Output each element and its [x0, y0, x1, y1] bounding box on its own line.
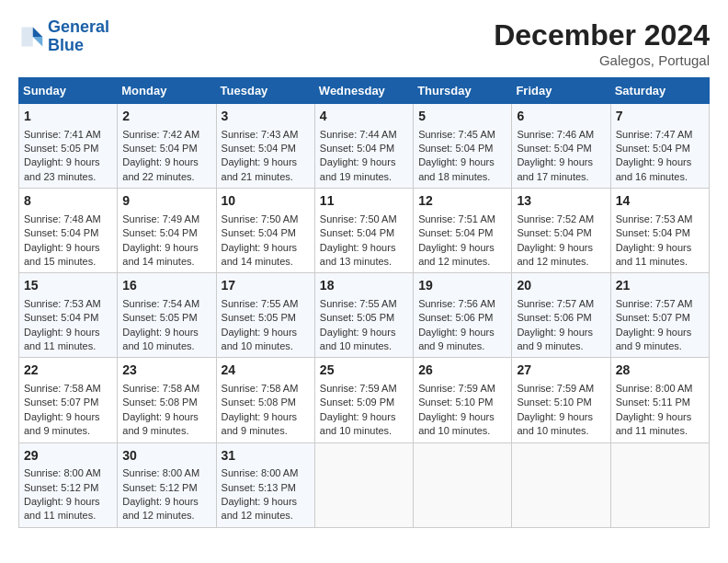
sunset-text: Sunset: 5:05 PM — [122, 312, 197, 323]
sunrise-text: Sunrise: 8:00 AM — [122, 467, 199, 478]
day-number: 1 — [24, 108, 112, 126]
day-number: 23 — [122, 362, 210, 380]
calendar-day-cell: 17Sunrise: 7:55 AMSunset: 5:05 PMDayligh… — [216, 273, 314, 358]
sunset-text: Sunset: 5:04 PM — [616, 143, 690, 154]
sunrise-text: Sunrise: 7:57 AM — [616, 298, 693, 309]
day-number: 7 — [616, 108, 704, 126]
title-block: December 2024 Galegos, Portugal — [494, 18, 710, 68]
sunset-text: Sunset: 5:05 PM — [222, 312, 296, 323]
daylight-text: Daylight: 9 hours and 18 minutes. — [418, 156, 495, 181]
calendar-day-cell: 22Sunrise: 7:58 AMSunset: 5:07 PMDayligh… — [19, 358, 118, 442]
weekday-header-sunday: Sunday — [19, 78, 118, 104]
sunrise-text: Sunrise: 7:41 AM — [24, 129, 101, 140]
day-number: 30 — [122, 447, 210, 465]
sunset-text: Sunset: 5:10 PM — [418, 396, 493, 408]
logo: General Blue — [18, 18, 109, 55]
svg-marker-0 — [33, 27, 43, 37]
sunrise-text: Sunrise: 7:44 AM — [320, 129, 397, 140]
day-number: 17 — [222, 277, 310, 295]
day-number: 31 — [222, 447, 310, 465]
daylight-text: Daylight: 9 hours and 14 minutes. — [222, 242, 298, 267]
calendar-day-cell: 18Sunrise: 7:55 AMSunset: 5:05 PMDayligh… — [314, 273, 413, 358]
daylight-text: Daylight: 9 hours and 15 minutes. — [24, 242, 100, 267]
sunrise-text: Sunrise: 7:46 AM — [517, 129, 594, 140]
daylight-text: Daylight: 9 hours and 10 minutes. — [320, 411, 396, 436]
calendar-day-cell: 30Sunrise: 8:00 AMSunset: 5:12 PMDayligh… — [118, 442, 216, 527]
calendar-day-cell: 11Sunrise: 7:50 AMSunset: 5:04 PMDayligh… — [314, 189, 413, 273]
weekday-header-thursday: Thursday — [414, 78, 512, 104]
sunset-text: Sunset: 5:04 PM — [222, 143, 296, 154]
logo-icon — [18, 24, 44, 50]
empty-cell — [610, 442, 709, 527]
day-number: 20 — [517, 277, 605, 295]
daylight-text: Daylight: 9 hours and 9 minutes. — [24, 411, 100, 436]
sunset-text: Sunset: 5:04 PM — [320, 143, 394, 154]
sunset-text: Sunset: 5:04 PM — [122, 227, 197, 238]
daylight-text: Daylight: 9 hours and 12 minutes. — [222, 496, 298, 521]
calendar-day-cell: 1Sunrise: 7:41 AMSunset: 5:05 PMDaylight… — [19, 104, 118, 189]
calendar-day-cell: 14Sunrise: 7:53 AMSunset: 5:04 PMDayligh… — [610, 189, 709, 273]
daylight-text: Daylight: 9 hours and 11 minutes. — [24, 327, 100, 351]
sunset-text: Sunset: 5:05 PM — [320, 312, 394, 323]
calendar-day-cell: 24Sunrise: 7:58 AMSunset: 5:08 PMDayligh… — [216, 358, 314, 442]
sunset-text: Sunset: 5:04 PM — [222, 227, 296, 238]
sunrise-text: Sunrise: 8:00 AM — [616, 383, 693, 394]
day-number: 27 — [517, 362, 605, 380]
day-number: 22 — [24, 362, 112, 380]
daylight-text: Daylight: 9 hours and 10 minutes. — [418, 411, 495, 436]
calendar-day-cell: 29Sunrise: 8:00 AMSunset: 5:12 PMDayligh… — [19, 442, 118, 527]
calendar-day-cell: 3Sunrise: 7:43 AMSunset: 5:04 PMDaylight… — [216, 104, 314, 189]
logo-text: General Blue — [48, 18, 109, 55]
svg-marker-1 — [33, 37, 43, 47]
sunrise-text: Sunrise: 7:58 AM — [122, 383, 199, 394]
daylight-text: Daylight: 9 hours and 11 minutes. — [616, 242, 692, 267]
day-number: 11 — [320, 192, 408, 211]
sunrise-text: Sunrise: 8:00 AM — [24, 467, 101, 478]
calendar-week-row: 8Sunrise: 7:48 AMSunset: 5:04 PMDaylight… — [19, 189, 710, 273]
calendar-day-cell: 6Sunrise: 7:46 AMSunset: 5:04 PMDaylight… — [512, 104, 610, 189]
daylight-text: Daylight: 9 hours and 14 minutes. — [122, 242, 199, 267]
sunset-text: Sunset: 5:06 PM — [517, 312, 591, 323]
day-number: 12 — [418, 192, 506, 211]
sunrise-text: Sunrise: 7:53 AM — [24, 298, 101, 309]
daylight-text: Daylight: 9 hours and 12 minutes. — [418, 242, 495, 267]
day-number: 24 — [222, 362, 310, 380]
sunset-text: Sunset: 5:09 PM — [320, 396, 394, 408]
sunset-text: Sunset: 5:06 PM — [418, 312, 493, 323]
sunrise-text: Sunrise: 7:53 AM — [616, 213, 693, 224]
weekday-header-saturday: Saturday — [610, 78, 709, 104]
sunrise-text: Sunrise: 7:57 AM — [517, 298, 594, 309]
day-number: 6 — [517, 108, 605, 126]
calendar-day-cell: 4Sunrise: 7:44 AMSunset: 5:04 PMDaylight… — [314, 104, 413, 189]
day-number: 9 — [122, 192, 210, 211]
sunrise-text: Sunrise: 7:56 AM — [418, 298, 495, 309]
day-number: 25 — [320, 362, 408, 380]
day-number: 10 — [222, 192, 310, 211]
daylight-text: Daylight: 9 hours and 10 minutes. — [320, 327, 396, 351]
sunset-text: Sunset: 5:04 PM — [418, 143, 493, 154]
day-number: 13 — [517, 192, 605, 211]
sunrise-text: Sunrise: 7:59 AM — [418, 383, 495, 394]
sunset-text: Sunset: 5:10 PM — [517, 396, 591, 408]
empty-cell — [414, 442, 512, 527]
calendar-day-cell: 28Sunrise: 8:00 AMSunset: 5:11 PMDayligh… — [610, 358, 709, 442]
sunset-text: Sunset: 5:12 PM — [122, 482, 197, 493]
daylight-text: Daylight: 9 hours and 13 minutes. — [320, 242, 396, 267]
sunrise-text: Sunrise: 7:58 AM — [222, 383, 299, 394]
weekday-header-tuesday: Tuesday — [216, 78, 314, 104]
sunset-text: Sunset: 5:04 PM — [24, 312, 98, 323]
calendar-day-cell: 12Sunrise: 7:51 AMSunset: 5:04 PMDayligh… — [414, 189, 512, 273]
daylight-text: Daylight: 9 hours and 22 minutes. — [122, 156, 199, 181]
sunset-text: Sunset: 5:07 PM — [24, 396, 98, 408]
day-number: 19 — [418, 277, 506, 295]
sunrise-text: Sunrise: 7:55 AM — [320, 298, 397, 309]
sunset-text: Sunset: 5:05 PM — [24, 143, 98, 154]
sunset-text: Sunset: 5:04 PM — [24, 227, 98, 238]
sunrise-text: Sunrise: 7:59 AM — [320, 383, 397, 394]
sunrise-text: Sunrise: 8:00 AM — [222, 467, 299, 478]
sunset-text: Sunset: 5:04 PM — [320, 227, 394, 238]
location: Galegos, Portugal — [494, 52, 710, 68]
day-number: 18 — [320, 277, 408, 295]
daylight-text: Daylight: 9 hours and 17 minutes. — [517, 156, 593, 181]
daylight-text: Daylight: 9 hours and 9 minutes. — [616, 327, 692, 351]
